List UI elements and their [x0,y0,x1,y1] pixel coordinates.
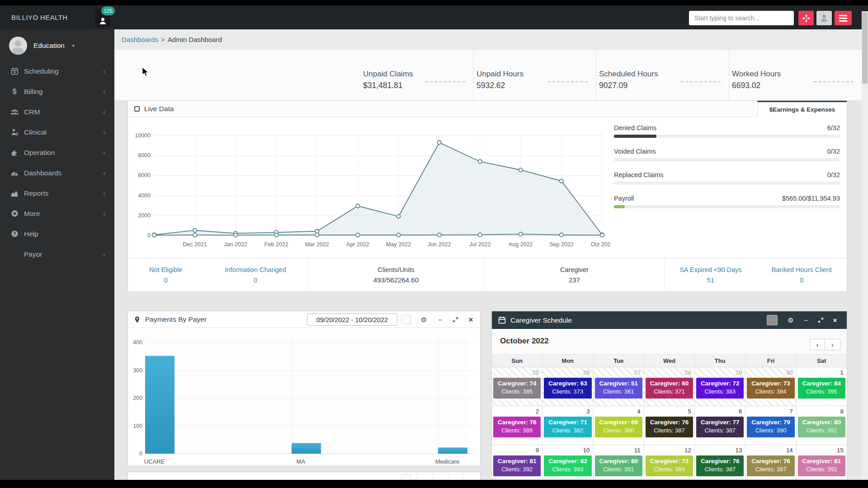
summary-stat: Worked Hours6693.02 [729,50,862,100]
schedule-event[interactable]: Caregiver: 77Clients: 387 [696,417,744,437]
svg-text:Medicare: Medicare [435,458,459,465]
schedule-event[interactable]: Caregiver: 80Clients: 391 [798,417,845,437]
schedule-event[interactable]: Caregiver: 63Clients: 373 [544,378,591,399]
calendar-day-cell: 7Caregiver: 79Clients: 390 [745,406,796,445]
schedule-event[interactable]: Caregiver: 81Clients: 392 [493,455,541,476]
sidebar-item-billing[interactable]: $Billing‹ [0,81,114,102]
scrollbar-thumb[interactable] [862,12,868,84]
metric-value: 0/32 [827,171,840,178]
event-clients-count: Clients: 393 [544,465,591,473]
footer-stat-sa-expired-90-days[interactable]: SA Expired <90 Days51 [679,266,741,284]
sidebar-item-dashboards[interactable]: Dashboards‹ [0,163,114,183]
close-icon[interactable]: × [464,314,477,325]
footer-stat-label: Information Changed [225,266,286,273]
schedule-event[interactable]: Caregiver: 84Clients: 395 [798,378,845,399]
calendar-day-cell: 15Caregiver: 81Clients: 392 [797,445,847,480]
sidebar-item-clinical[interactable]: Clinical‹ [0,122,114,142]
summary-stat: Unpaid Hours5932.62 [473,50,596,100]
expand-icon[interactable] [449,314,462,325]
schedule-event[interactable]: Caregiver: 51Clients: 361 [595,378,642,399]
calendar-day-cell: 6Caregiver: 77Clients: 387 [695,406,745,445]
hamburger-icon [839,15,847,16]
schedule-event[interactable]: Caregiver: 78Clients: 389 [493,417,541,437]
footer-stat-banked-hours-client[interactable]: Banked Hours Client0 [772,266,832,284]
calendar-day-headers: SunMonTueWedThuFriSat [492,355,847,367]
sidebar-item-more[interactable]: More‹ [0,203,114,224]
footer-section: SA Expired <90 Days51Banked Hours Client… [665,258,847,291]
calendar-month-label: October 2022 [500,337,549,346]
search-input[interactable] [689,11,794,25]
breadcrumb-current: Admin Dashboard [168,36,222,43]
schedule-event[interactable]: Caregiver: 76Clients: 387 [646,417,693,437]
user-avatar-button[interactable] [816,11,832,25]
sidebar-item-crm[interactable]: CRM‹ [0,102,114,122]
sidebar-item-label: Help [24,230,38,238]
schedule-event[interactable]: Caregiver: 79Clients: 390 [747,417,794,437]
gear-icon[interactable]: ⚙ [785,315,797,325]
calendar-icon [10,67,19,75]
sidebar-item-scheduling[interactable]: Scheduling‹ [0,61,114,81]
footer-stat-information-changed[interactable]: Information Changed0 [225,266,286,284]
users-icon [10,108,19,116]
metric-progressbar [614,182,840,185]
date-range-input[interactable] [307,314,397,326]
topbar: BILLIYO HEALTH 125 [0,5,868,29]
event-clients-count: Clients: 383 [696,388,744,395]
calendar-icon [498,316,506,324]
menu-button[interactable] [835,11,852,25]
summary-stat: Unpaid Claims$31,481.81 [360,50,473,100]
calendar-next-button[interactable]: › [825,339,840,350]
day-number: 28 [684,369,691,376]
schedule-event[interactable]: Caregiver: 72Clients: 383 [696,378,744,399]
schedule-event[interactable]: Caregiver: 80Clients: 391 [595,455,642,476]
sidebar-item-help[interactable]: ?Help [0,224,114,244]
calendar-prev-button[interactable]: ‹ [810,339,825,350]
schedule-event[interactable]: Caregiver: 76Clients: 387 [747,455,794,476]
svg-text:8000: 8000 [138,152,151,159]
sidebar-item-payor[interactable]: Payor‹ [0,244,114,264]
footer-stat-label: Caregiver [560,266,589,273]
gear-icon[interactable]: ⚙ [417,314,430,325]
schedule-event[interactable]: Caregiver: 76Clients: 387 [696,455,744,476]
sidebar-item-operation[interactable]: Operation‹ [0,142,114,163]
chevron-left-icon: ‹ [103,250,105,258]
earnings-expenses-tab[interactable]: $Earnings & Expenses [757,101,847,117]
live-data-checkbox[interactable] [134,106,140,112]
expand-icon[interactable] [815,315,826,325]
calendar-day-cell: 28Caregiver: 60Clients: 371 [644,367,695,406]
fullscreen-button[interactable] [798,11,814,25]
svg-text:Sep 2022: Sep 2022 [549,241,574,248]
schedule-event[interactable]: Caregiver: 81Clients: 392 [798,455,845,476]
panel-gray-button[interactable] [767,315,778,325]
event-clients-count: Clients: 371 [646,388,693,395]
minimize-icon[interactable]: − [800,315,812,325]
day-number: 1 [840,369,844,376]
schedule-event[interactable]: Caregiver: 82Clients: 393 [544,455,591,476]
dollar-icon: $ [10,87,19,96]
event-clients-count: Clients: 392 [798,465,845,473]
schedule-event[interactable]: Caregiver: 74Clients: 385 [493,378,541,399]
footer-stat-not-eligible[interactable]: Not Eligible0 [149,266,182,284]
schedule-event[interactable]: Caregiver: 60Clients: 371 [646,378,693,399]
metric-value: 0/32 [827,148,840,155]
schedule-event[interactable]: Caregiver: 69Clients: 380 [595,417,642,437]
event-caregiver-count: Caregiver: 81 [798,457,845,465]
panel-checkbox-button[interactable] [401,314,411,324]
minimize-icon[interactable]: − [434,314,446,325]
schedule-event[interactable]: Caregiver: 73Clients: 384 [646,455,693,476]
calendar-day-cell: 1Caregiver: 84Clients: 395 [797,367,847,406]
schedule-event[interactable]: Caregiver: 71Clients: 382 [544,417,591,437]
calendar-day-cell: 25Caregiver: 74Clients: 385 [492,367,542,406]
schedule-event[interactable]: Caregiver: 73Clients: 384 [747,378,794,399]
puzzle-icon [10,149,19,156]
sidebar-item-reports[interactable]: Reports‹ [0,183,114,203]
close-icon[interactable]: × [829,315,841,325]
metric-value: $565.00/$11,954.93 [782,195,840,202]
profile-dropdown[interactable]: Education ▾ [0,29,114,61]
event-clients-count: Clients: 389 [493,427,541,434]
vertical-scrollbar[interactable] [862,11,868,480]
day-header-wed: Wed [644,355,695,367]
event-clients-count: Clients: 361 [595,388,642,395]
event-clients-count: Clients: 382 [544,427,591,434]
breadcrumb-link-dashboards[interactable]: Dashboards [122,36,158,43]
